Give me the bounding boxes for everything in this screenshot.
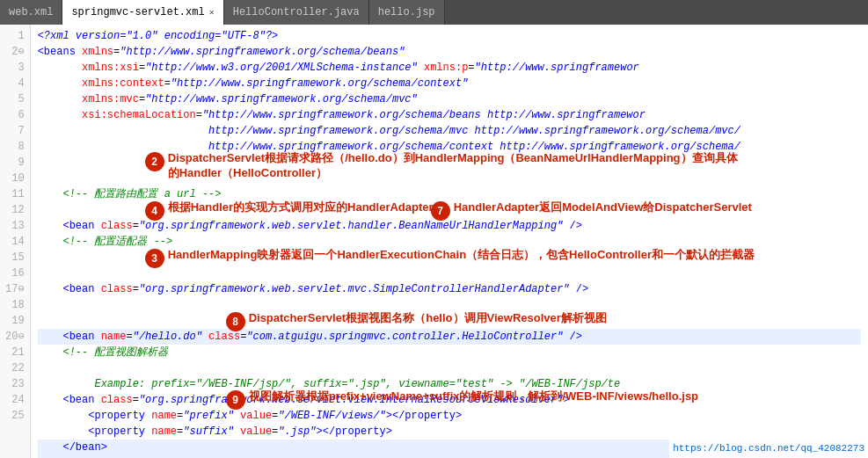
tab-web-xml-label: web.xml	[9, 6, 53, 18]
code-line-22: <property name="suffix" value=".jsp"></p…	[38, 424, 861, 440]
code-line-2: <beans xmlns="http://www.springframework…	[38, 44, 861, 60]
tab-springmvc-servlet[interactable]: springmvc-servlet.xml ✕	[62, 0, 223, 25]
tab-web-xml[interactable]: web.xml	[0, 0, 62, 25]
code-line-20: <bean class="org.springframework.web.ser…	[38, 392, 861, 408]
code-line-8: http://www.springframework.org/schema/co…	[38, 139, 861, 155]
code-line-18: <!-- 配置视图解析器	[38, 345, 861, 376]
code-line-3: xmlns:xsi="http://www.w3.org/2001/XMLSch…	[38, 60, 861, 76]
code-line-12: <bean class="org.springframework.web.ser…	[38, 218, 861, 234]
code-line-11	[38, 202, 861, 218]
tab-springmvc-label: springmvc-servlet.xml	[71, 6, 204, 18]
code-line-15: <bean class="org.springframework.web.ser…	[38, 281, 861, 313]
url-bar: https://blog.csdn.net/qq_42082273	[669, 439, 868, 458]
code-line-13: <!-- 配置适配器 -->	[38, 234, 861, 265]
tab-bar: web.xml springmvc-servlet.xml ✕ HelloCon…	[0, 0, 868, 25]
tab-springmvc-close-icon[interactable]: ✕	[209, 7, 215, 18]
code-line-6: xsi:schemaLocation="http://www.springfra…	[38, 107, 861, 123]
code-area: 1 2⊖ 3 4 5 6 7 8 9 10 11 12 13 14 15 16 …	[0, 25, 868, 458]
code-line-4: xmlns:context="http://www.springframewor…	[38, 76, 861, 91]
code-line-9	[38, 155, 861, 186]
code-line-1: <?xml version="1.0" encoding="UTF-8"?>	[38, 28, 861, 44]
code-line-5: xmlns:mvc="http://www.springframework.or…	[38, 91, 861, 107]
code-line-7: http://www.springframework.org/schema/mv…	[38, 123, 861, 139]
code-content: <?xml version="1.0" encoding="UTF-8"?> <…	[31, 25, 868, 458]
code-line-16	[38, 313, 861, 329]
tab-hello-controller[interactable]: HelloController.java	[224, 0, 369, 25]
tab-hello-controller-label: HelloController.java	[233, 6, 360, 18]
tab-hello-jsp-label: hello.jsp	[378, 6, 435, 18]
code-line-14	[38, 265, 861, 281]
code-line-21: <property name="prefix" value="/WEB-INF/…	[38, 408, 861, 424]
code-line-17: <bean name="/hello.do" class="com.atguig…	[38, 329, 861, 345]
code-line-19: Example: prefix="/WEB-INF/jsp/", suffix=…	[38, 376, 861, 392]
code-line-10: <!-- 配置路由配置 a url -->	[38, 186, 861, 202]
tab-hello-jsp[interactable]: hello.jsp	[369, 0, 445, 25]
line-numbers: 1 2⊖ 3 4 5 6 7 8 9 10 11 12 13 14 15 16 …	[0, 25, 31, 458]
